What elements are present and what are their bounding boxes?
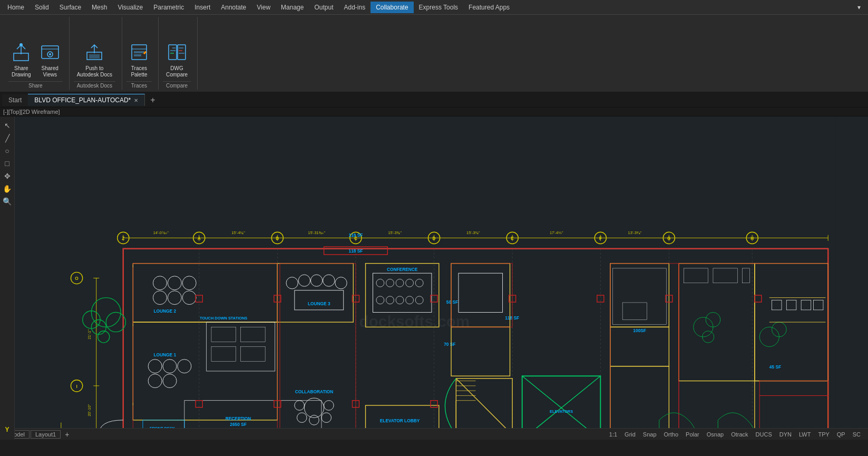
menu-expresstools[interactable]: Express Tools xyxy=(414,2,463,13)
svg-text:I: I xyxy=(132,264,133,268)
svg-text:118 SF: 118 SF xyxy=(349,248,363,254)
ducs-toggle[interactable]: DUCS xyxy=(753,430,775,439)
svg-text:15'-3³⁄₄": 15'-3³⁄₄" xyxy=(466,230,480,235)
svg-text:100SF: 100SF xyxy=(633,328,646,333)
tool-move[interactable]: ✥ xyxy=(2,170,13,182)
menu-extra[interactable]: ▾ xyxy=(852,2,866,13)
grid-toggle[interactable]: Grid xyxy=(621,430,639,439)
sc-toggle[interactable]: SC xyxy=(850,430,864,439)
snap-mode[interactable]: Snap xyxy=(640,430,660,439)
dwg-compare-icon xyxy=(168,43,187,64)
share-drawing-button[interactable]: Share Drawing xyxy=(8,41,34,80)
ribbon-group-autodesk-docs: Push to Autodesk Docs Autodesk Docs xyxy=(70,17,122,90)
floorplan-svg: Z A B C D E F G H 14'-0⁷⁄₁₆" 15'-4¹⁄₄" xyxy=(15,117,868,440)
menu-mesh[interactable]: Mesh xyxy=(86,2,112,13)
menu-addins[interactable]: Add-ins xyxy=(339,2,371,13)
svg-text:D: D xyxy=(433,236,436,241)
svg-text:LOUNGE 2: LOUNGE 2 xyxy=(153,308,176,314)
menu-manage[interactable]: Manage xyxy=(276,2,309,13)
layout1-tab[interactable]: Layout1 xyxy=(31,430,61,439)
menu-home[interactable]: Home xyxy=(2,2,30,13)
svg-text:E: E xyxy=(511,236,514,241)
autodesk-docs-buttons: Push to Autodesk Docs xyxy=(74,19,115,80)
start-tab[interactable]: Start xyxy=(2,94,28,106)
traces-buttons: Traces Palette xyxy=(126,19,152,80)
left-toolbar: ↖ ╱ ○ □ ✥ ✋ 🔍 Y xyxy=(0,117,15,440)
axis-indicator: Y xyxy=(2,424,13,435)
svg-text:13'-3³⁄₄": 13'-3³⁄₄" xyxy=(628,230,642,235)
menu-surface[interactable]: Surface xyxy=(54,2,86,13)
push-to-autodesk-docs-button[interactable]: Push to Autodesk Docs xyxy=(74,41,115,80)
autodesk-docs-group-label: Autodesk Docs xyxy=(74,81,115,89)
tool-pan[interactable]: ✋ xyxy=(2,183,13,195)
tool-select[interactable]: ↖ xyxy=(2,120,13,131)
traces-palette-label: Traces Palette xyxy=(131,65,147,78)
view-info: [-][Top][2D Wireframe] xyxy=(0,108,868,117)
svg-text:H: H xyxy=(750,236,754,241)
active-doc-label: BLVD OFFICE_PLAN-AUTOCAD* xyxy=(34,96,131,104)
qp-toggle[interactable]: QP xyxy=(834,430,849,439)
lwt-toggle[interactable]: LWT xyxy=(796,430,814,439)
menu-visualize[interactable]: Visualize xyxy=(112,2,148,13)
menu-annotate[interactable]: Annotate xyxy=(216,2,251,13)
svg-text:RECEPTION: RECEPTION xyxy=(226,416,251,421)
dwg-compare-label: DWG Compare xyxy=(166,65,188,78)
menu-view[interactable]: View xyxy=(251,2,276,13)
menu-output[interactable]: Output xyxy=(309,2,338,13)
svg-text:docksofts.com: docksofts.com xyxy=(359,313,470,330)
svg-text:CONFERENCE: CONFERENCE xyxy=(387,267,418,272)
svg-text:I: I xyxy=(132,323,133,327)
svg-text:ELEVATORS: ELEVATORS xyxy=(550,409,573,414)
svg-text:15'-3³⁄₄": 15'-3³⁄₄" xyxy=(388,230,402,235)
svg-text:A: A xyxy=(198,236,201,241)
svg-text:LOUNGE 1: LOUNGE 1 xyxy=(153,352,176,357)
push-to-autodesk-docs-label: Push to Autodesk Docs xyxy=(77,65,112,78)
osnap-toggle[interactable]: Osnap xyxy=(704,430,727,439)
ribbon-content: Share Drawing Shared Views xyxy=(0,15,868,92)
svg-text:21'-1": 21'-1" xyxy=(87,329,92,339)
menu-parametric[interactable]: Parametric xyxy=(148,2,189,13)
svg-text:20'-10": 20'-10" xyxy=(87,404,92,416)
svg-text:F: F xyxy=(599,236,602,241)
active-doc-tab[interactable]: BLVD OFFICE_PLAN-AUTOCAD* ✕ xyxy=(28,94,145,106)
polar-toggle[interactable]: Polar xyxy=(682,430,703,439)
otrack-toggle[interactable]: Otrack xyxy=(728,430,751,439)
svg-text:O: O xyxy=(75,276,79,281)
dwg-compare-button[interactable]: DWG Compare xyxy=(163,41,191,80)
canvas-area[interactable]: ↖ ╱ ○ □ ✥ ✋ 🔍 Y xyxy=(0,117,868,440)
doc-tabs: Start BLVD OFFICE_PLAN-AUTOCAD* ✕ + xyxy=(0,93,868,108)
svg-text:Z: Z xyxy=(122,236,124,241)
add-layout-button[interactable]: + xyxy=(62,430,72,439)
ribbon-group-compare: DWG Compare Compare xyxy=(159,17,198,90)
menu-featuredapps[interactable]: Featured Apps xyxy=(463,2,515,13)
share-drawing-label: Share Drawing xyxy=(12,65,31,78)
main-area: [-][Top][2D Wireframe] ↖ ╱ ○ □ ✥ ✋ 🔍 Y xyxy=(0,108,868,456)
svg-rect-11 xyxy=(134,54,141,56)
menu-collaborate[interactable]: Collaborate xyxy=(370,2,413,13)
share-drawing-icon xyxy=(12,43,31,64)
ribbon-group-share: Share Drawing Shared Views xyxy=(4,17,70,90)
svg-text:50 SF: 50 SF xyxy=(446,299,458,305)
tool-line[interactable]: ╱ xyxy=(2,132,13,144)
tool-rectangle[interactable]: □ xyxy=(2,158,13,169)
close-doc-button[interactable]: ✕ xyxy=(134,98,138,103)
svg-rect-7 xyxy=(89,54,100,59)
menu-solid[interactable]: Solid xyxy=(30,2,54,13)
tool-circle[interactable]: ○ xyxy=(2,145,13,157)
snap-toggle[interactable]: 1:1 xyxy=(606,430,620,439)
ribbon-group-traces: Traces Palette Traces xyxy=(122,17,159,90)
tpy-toggle[interactable]: TPY xyxy=(815,430,832,439)
svg-text:I: I xyxy=(132,402,133,406)
svg-point-1 xyxy=(19,43,23,46)
add-tab-button[interactable]: + xyxy=(145,95,160,105)
share-group-label: Share xyxy=(8,81,63,89)
svg-point-5 xyxy=(49,53,51,55)
traces-palette-button[interactable]: Traces Palette xyxy=(126,41,152,80)
dyn-toggle[interactable]: DYN xyxy=(776,430,795,439)
svg-text:LOUNGE 3: LOUNGE 3 xyxy=(308,301,330,306)
shared-views-button[interactable]: Shared Views xyxy=(37,41,63,80)
tool-zoom[interactable]: 🔍 xyxy=(2,196,13,207)
ortho-toggle[interactable]: Ortho xyxy=(661,430,682,439)
menu-insert[interactable]: Insert xyxy=(189,2,216,13)
svg-rect-12 xyxy=(169,45,177,60)
